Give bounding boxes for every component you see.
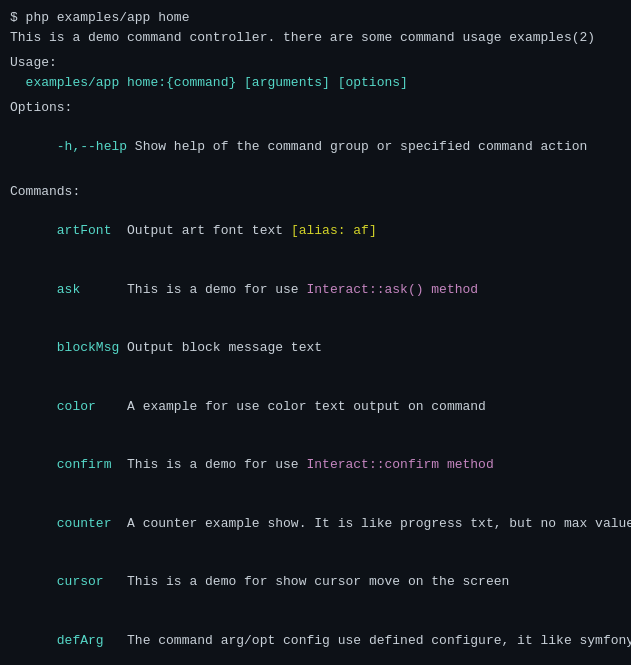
options-label: Options: — [10, 98, 621, 118]
list-item: cursor This is a demo for show cursor mo… — [10, 553, 621, 612]
terminal: $ php examples/app home This is a demo c… — [10, 8, 621, 665]
intro-line: This is a demo command controller. there… — [10, 28, 621, 48]
options-line: -h,--help Show help of the command group… — [10, 118, 621, 177]
list-item: artFont Output art font text [alias: af] — [10, 202, 621, 261]
list-item: color A example for use color text outpu… — [10, 377, 621, 436]
prompt-line: $ php examples/app home — [10, 8, 621, 28]
list-item: ask This is a demo for use Interact::ask… — [10, 260, 621, 319]
list-item: confirm This is a demo for use Interact:… — [10, 436, 621, 495]
list-item: blockMsg Output block message text — [10, 319, 621, 378]
usage-line: examples/app home:{command} [arguments] … — [10, 73, 621, 93]
list-item: counter A counter example show. It is li… — [10, 494, 621, 553]
list-item: defArg The command arg/opt config use de… — [10, 611, 621, 665]
usage-label: Usage: — [10, 53, 621, 73]
commands-label: Commands: — [10, 182, 621, 202]
